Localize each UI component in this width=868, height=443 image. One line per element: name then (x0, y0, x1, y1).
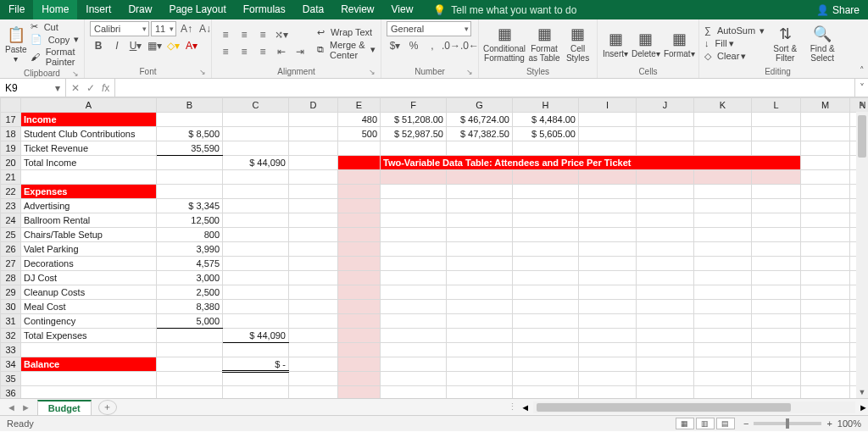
cell-A35[interactable] (21, 372, 157, 386)
tab-view[interactable]: View (383, 0, 422, 19)
cell-F29[interactable] (381, 285, 447, 300)
tab-data[interactable]: Data (294, 0, 332, 19)
cell-J27[interactable] (637, 257, 694, 271)
cell-A30[interactable]: Meal Cost (21, 300, 157, 314)
cell-K17[interactable] (694, 113, 752, 127)
cell-J17[interactable] (637, 113, 694, 127)
cell-L17[interactable] (752, 113, 801, 127)
cell-F32[interactable] (381, 329, 447, 343)
cell-A33[interactable] (21, 343, 157, 357)
cell-M18[interactable] (801, 127, 850, 141)
sort-filter-button[interactable]: ⇅Sort & Filter (768, 21, 802, 65)
col-header-A[interactable]: A (21, 98, 157, 113)
number-dialog-launcher[interactable]: ↘ (466, 68, 473, 76)
cell-D19[interactable] (289, 141, 338, 156)
cell-M23[interactable] (801, 199, 850, 213)
cell-K35[interactable] (694, 372, 752, 386)
cell-L36[interactable] (752, 386, 801, 399)
align-top-button[interactable]: ≡ (217, 27, 234, 42)
cell-C24[interactable] (223, 213, 289, 228)
cell-L35[interactable] (752, 372, 801, 386)
cell-C18[interactable] (223, 127, 289, 141)
cell-I33[interactable] (579, 343, 637, 357)
new-sheet-button[interactable]: ＋ (98, 400, 117, 415)
cell-A34[interactable]: Balance (21, 357, 157, 372)
format-cells-button[interactable]: ▦Format▾ (664, 21, 695, 65)
cell-F24[interactable] (381, 213, 447, 228)
cell-B17[interactable] (157, 113, 223, 127)
cell-M31[interactable] (801, 314, 850, 329)
cell-D33[interactable] (289, 343, 338, 357)
cell-H33[interactable] (513, 343, 579, 357)
cell-E35[interactable] (338, 372, 381, 386)
cell-K25[interactable] (694, 228, 752, 242)
cell-B19[interactable]: 35,590 (157, 141, 223, 156)
col-header-H[interactable]: H (513, 98, 579, 113)
cell-I30[interactable] (579, 300, 637, 314)
cell-A32[interactable]: Total Expenses (21, 329, 157, 343)
cell-D35[interactable] (289, 372, 338, 386)
cell-A36[interactable] (21, 386, 157, 399)
cell-F18[interactable]: $ 52,987.50 (381, 127, 447, 141)
cell-C21[interactable] (223, 170, 289, 185)
cell-H34[interactable] (513, 357, 579, 372)
cell-A21[interactable] (21, 170, 157, 185)
cell-C19[interactable] (223, 141, 289, 156)
cell-A22[interactable]: Expenses (21, 185, 157, 199)
cell-B34[interactable] (157, 357, 223, 372)
row-header-35[interactable]: 35 (1, 372, 21, 386)
bold-button[interactable]: B (90, 38, 107, 53)
tab-page-layout[interactable]: Page Layout (160, 0, 234, 19)
enter-formula-icon[interactable]: ✓ (86, 82, 95, 94)
cell-D18[interactable] (289, 127, 338, 141)
cell-J25[interactable] (637, 228, 694, 242)
cell-C31[interactable] (223, 314, 289, 329)
cell-C28[interactable] (223, 271, 289, 285)
align-center-button[interactable]: ≡ (236, 44, 253, 59)
orientation-button[interactable]: ⤭▾ (273, 27, 290, 42)
wrap-text-button[interactable]: ↩ Wrap Text (317, 27, 376, 38)
collapse-ribbon-button[interactable]: ˄ (860, 65, 865, 76)
cell-M25[interactable] (801, 228, 850, 242)
cell-M29[interactable] (801, 285, 850, 300)
col-header-F[interactable]: F (381, 98, 447, 113)
row-header-22[interactable]: 22 (1, 185, 21, 199)
tab-home[interactable]: Home (33, 0, 77, 19)
cell-L31[interactable] (752, 314, 801, 329)
cell-A31[interactable]: Contingency (21, 314, 157, 329)
zoom-in-button[interactable]: + (826, 418, 832, 429)
cell-F33[interactable] (381, 343, 447, 357)
increase-indent-button[interactable]: ⇥ (292, 44, 309, 59)
cell-C27[interactable] (223, 257, 289, 271)
cell-C23[interactable] (223, 199, 289, 213)
col-header-J[interactable]: J (637, 98, 694, 113)
cell-L28[interactable] (752, 271, 801, 285)
font-size-combo[interactable]: 11 (151, 21, 176, 36)
row-header-33[interactable]: 33 (1, 343, 21, 357)
cell-F36[interactable] (381, 386, 447, 399)
cell-E28[interactable] (338, 271, 381, 285)
sheet-tab-active[interactable]: Budget (37, 400, 92, 415)
cell-A27[interactable]: Decorations (21, 257, 157, 271)
cell-A26[interactable]: Valet Parking (21, 242, 157, 257)
horizontal-scrollbar[interactable] (533, 401, 855, 413)
cell-H21[interactable] (513, 170, 579, 185)
formula-bar-input[interactable] (115, 79, 854, 97)
format-as-table-button[interactable]: ▦Format as Table (528, 21, 560, 65)
cell-M27[interactable] (801, 257, 850, 271)
tell-me-search[interactable]: 💡 Tell me what you want to do (421, 0, 808, 19)
cell-I25[interactable] (579, 228, 637, 242)
cell-C17[interactable] (223, 113, 289, 127)
cell-M33[interactable] (801, 343, 850, 357)
cell-D20[interactable] (289, 156, 338, 170)
cell-C25[interactable] (223, 228, 289, 242)
cell-E31[interactable] (338, 314, 381, 329)
cell-G17[interactable]: $ 46,724.00 (447, 113, 513, 127)
decrease-font-button[interactable]: A↓ (197, 21, 214, 36)
cell-J18[interactable] (637, 127, 694, 141)
cell-I22[interactable] (579, 185, 637, 199)
cancel-formula-icon[interactable]: ✕ (71, 82, 80, 94)
cell-F22[interactable] (381, 185, 447, 199)
cell-H29[interactable] (513, 285, 579, 300)
expand-formula-bar-button[interactable]: ˅ (854, 79, 868, 97)
